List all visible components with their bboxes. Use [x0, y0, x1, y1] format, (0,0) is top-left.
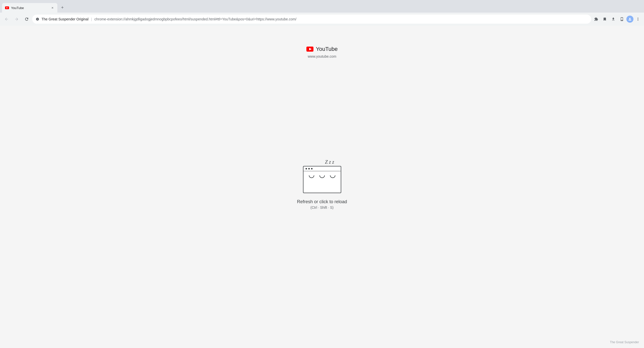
left-eye-arc	[309, 175, 314, 178]
credit-text: The Great Suspender	[610, 340, 639, 344]
tab-bar: YouTube ✕ +	[0, 0, 644, 13]
right-eye-arc	[330, 175, 335, 178]
sleeping-window-illustration	[303, 166, 341, 193]
back-button[interactable]	[2, 15, 11, 24]
screen-capture-button[interactable]	[618, 15, 626, 23]
youtube-logo-icon	[306, 47, 313, 52]
shortcut-text: (Ctrl · Shift · S)	[310, 205, 334, 210]
back-icon	[4, 17, 9, 21]
site-url: www.youtube.com	[308, 54, 336, 58]
save-button[interactable]	[609, 15, 617, 23]
middle-eye	[319, 175, 325, 178]
menu-button[interactable]	[634, 15, 642, 23]
browser-chrome: YouTube ✕ +	[0, 0, 644, 26]
sleeping-container: Z z z Refresh or click to reload (Ctrl	[297, 159, 347, 210]
forward-icon	[14, 17, 19, 21]
forward-button[interactable]	[12, 15, 21, 24]
zzz-text: Z z z	[325, 159, 334, 165]
page-content[interactable]: YouTube www.youtube.com Z z z	[0, 26, 644, 348]
toolbar-icons	[592, 15, 642, 23]
address-url: chrome-extension://ahmkjgdligadogjedmnog…	[94, 17, 296, 21]
extensions-button[interactable]	[592, 15, 600, 23]
address-separator: |	[91, 17, 92, 21]
address-site-label: The Great Suspender Original | chrome-ex…	[42, 17, 588, 21]
tab-close-button[interactable]: ✕	[50, 6, 54, 10]
reload-icon	[24, 17, 29, 21]
window-titlebar	[303, 166, 341, 171]
site-info-icon[interactable]	[35, 17, 39, 21]
new-tab-button[interactable]: +	[58, 4, 66, 12]
site-title: YouTube	[316, 46, 338, 52]
nav-bar: The Great Suspender Original | chrome-ex…	[0, 13, 644, 26]
left-eye	[309, 175, 314, 178]
reload-text: Refresh or click to reload	[297, 199, 347, 204]
window-body	[303, 171, 341, 182]
tab-title: YouTube	[11, 6, 48, 10]
tab-favicon	[5, 6, 9, 10]
site-brand: YouTube	[306, 46, 338, 52]
profile-button[interactable]	[626, 16, 633, 23]
middle-eye-arc	[319, 175, 325, 178]
dot-3	[311, 168, 312, 169]
dot-1	[305, 168, 307, 169]
active-tab[interactable]: YouTube ✕	[2, 3, 57, 13]
site-header: YouTube www.youtube.com	[306, 46, 338, 58]
bookmark-button[interactable]	[601, 15, 609, 23]
dot-2	[308, 168, 310, 169]
right-eye	[330, 175, 335, 178]
reload-button[interactable]	[22, 15, 31, 24]
address-bar[interactable]: The Great Suspender Original | chrome-ex…	[32, 15, 591, 24]
